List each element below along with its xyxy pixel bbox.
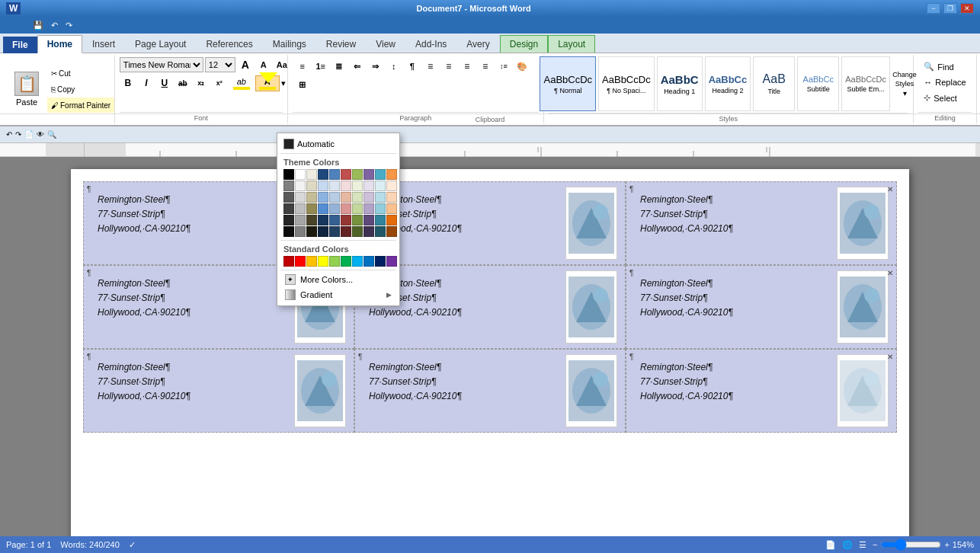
tab-design[interactable]: Design <box>500 35 548 53</box>
numbering-button[interactable]: 1≡ <box>312 58 329 75</box>
multilevel-button[interactable]: ≣ <box>331 58 347 75</box>
view-btn[interactable]: 👁 <box>37 130 44 139</box>
std-swatch-yellow[interactable] <box>318 256 328 267</box>
font-family-select[interactable]: Times New Roman <box>120 57 203 72</box>
theme-swatch-teal[interactable] <box>375 169 386 180</box>
copy-button[interactable]: ⎘ Copy <box>47 82 114 97</box>
undo-quick-button[interactable]: ↶ <box>49 20 60 31</box>
style-no-spacing[interactable]: AaBbCcDc ¶ No Spaci... <box>598 56 655 111</box>
zoom-btn[interactable]: 🔍 <box>47 130 56 139</box>
theme-swatch-green[interactable] <box>352 169 363 180</box>
more-colors-button[interactable]: ✦ More Colors... <box>280 272 396 287</box>
th-swatch-28[interactable] <box>363 181 374 191</box>
th-swatch-29[interactable] <box>375 181 386 191</box>
subscript-button[interactable]: x₂ <box>193 75 210 91</box>
shading-button[interactable]: 🎨 <box>514 58 530 75</box>
redo-btn[interactable]: ↷ <box>15 130 21 139</box>
zoom-slider[interactable] <box>880 539 941 551</box>
restore-button[interactable]: ❐ <box>943 3 957 14</box>
std-swatch-orange[interactable] <box>306 256 317 267</box>
std-swatch-blue[interactable] <box>363 256 374 267</box>
theme-swatch-cream[interactable] <box>306 169 317 180</box>
std-swatch-darkred[interactable] <box>283 256 294 267</box>
th-swatch-210[interactable] <box>386 181 397 191</box>
bold-button[interactable]: B <box>120 75 136 91</box>
grow-font-button[interactable]: A <box>237 56 254 73</box>
line-spacing-button[interactable]: ↕≡ <box>495 58 512 75</box>
style-title[interactable]: AaB Title <box>753 56 795 111</box>
tab-review[interactable]: Review <box>316 35 366 53</box>
theme-swatch-orange[interactable] <box>386 169 397 180</box>
tab-references[interactable]: References <box>196 35 262 53</box>
minimize-button[interactable]: − <box>927 3 940 14</box>
theme-swatch-white[interactable] <box>295 169 306 180</box>
zoom-in-button[interactable]: + <box>944 540 949 549</box>
find-button[interactable]: 🔍 Find <box>920 59 969 74</box>
decrease-indent-button[interactable]: ⇐ <box>349 58 366 75</box>
tab-layout[interactable]: Layout <box>548 35 595 53</box>
view-web-btn[interactable]: 🌐 <box>842 540 853 550</box>
align-right-button[interactable]: ≡ <box>459 58 476 75</box>
zoom-out-button[interactable]: − <box>873 540 877 549</box>
tab-mailings[interactable]: Mailings <box>263 35 316 53</box>
std-swatch-green[interactable] <box>341 256 351 267</box>
th-swatch-22[interactable] <box>295 181 306 191</box>
theme-swatch-purple[interactable] <box>363 169 374 180</box>
paste-button[interactable]: 📋 Paste <box>8 68 46 110</box>
font-color-dropdown-arrow[interactable]: ▾ <box>281 78 286 88</box>
th-swatch-27[interactable] <box>352 181 363 191</box>
font-color-button[interactable]: A <box>255 75 280 91</box>
style-heading2[interactable]: AaBbCc Heading 2 <box>705 56 751 111</box>
tab-home[interactable]: Home <box>37 35 82 53</box>
theme-swatch-blue[interactable] <box>329 169 340 180</box>
font-size-select[interactable]: 12 <box>205 57 235 72</box>
show-hide-button[interactable]: ¶ <box>404 58 421 75</box>
highlight-color-button[interactable]: ab <box>229 75 254 91</box>
std-swatch-lightblue[interactable] <box>352 256 363 267</box>
redo-quick-button[interactable]: ↷ <box>63 20 75 31</box>
close-button[interactable]: ✕ <box>960 3 974 14</box>
sort-button[interactable]: ↕ <box>386 58 402 75</box>
format-painter-button[interactable]: 🖌 Format Painter <box>47 97 114 113</box>
tab-insert[interactable]: Insert <box>82 35 125 53</box>
tab-avery[interactable]: Avery <box>456 35 499 53</box>
tab-view[interactable]: View <box>366 35 405 53</box>
th-swatch-25[interactable] <box>329 181 340 191</box>
replace-button[interactable]: ↔ Replace <box>920 75 969 89</box>
shrink-font-button[interactable]: A <box>255 56 272 73</box>
std-swatch-purple[interactable] <box>386 256 397 267</box>
style-heading1[interactable]: AaBbC Heading 1 <box>657 56 703 111</box>
strikethrough-button[interactable]: ab <box>175 75 191 91</box>
increase-indent-button[interactable]: ⇒ <box>367 58 384 75</box>
tab-page-layout[interactable]: Page Layout <box>125 35 196 53</box>
std-swatch-lightgreen[interactable] <box>329 256 340 267</box>
std-swatch-red[interactable] <box>295 256 306 267</box>
th-swatch-23[interactable] <box>306 181 317 191</box>
style-subtle-em[interactable]: AaBbCcDc Subtle Em... <box>841 56 890 111</box>
center-button[interactable]: ≡ <box>440 58 457 75</box>
undo-btn[interactable]: ↶ <box>6 130 12 139</box>
borders-button[interactable]: ⊞ <box>294 76 311 93</box>
bullets-button[interactable]: ≡ <box>294 58 311 75</box>
gradient-button[interactable]: Gradient ▶ <box>280 287 396 302</box>
doc-map-btn[interactable]: 📄 <box>24 130 34 139</box>
theme-swatch-black[interactable] <box>283 169 294 180</box>
style-subtitle[interactable]: AaBbCc Subtitle <box>797 56 839 111</box>
theme-swatch-red[interactable] <box>341 169 351 180</box>
superscript-button[interactable]: x² <box>211 75 228 91</box>
italic-button[interactable]: I <box>138 75 155 91</box>
tab-file[interactable]: File <box>3 37 37 53</box>
view-print-btn[interactable]: 📄 <box>825 540 836 550</box>
view-outline-btn[interactable]: ☰ <box>859 540 866 550</box>
th-swatch-26[interactable] <box>341 181 351 191</box>
cut-button[interactable]: ✂ Cut <box>47 66 114 81</box>
theme-swatch-darkblue[interactable] <box>318 169 328 180</box>
style-normal[interactable]: AaBbCcDc ¶ Normal <box>540 56 596 111</box>
th-swatch-21[interactable] <box>283 181 294 191</box>
save-quick-button[interactable]: 💾 <box>30 20 46 31</box>
std-swatch-darkblue[interactable] <box>375 256 386 267</box>
justify-button[interactable]: ≡ <box>477 58 494 75</box>
underline-button[interactable]: U <box>156 75 173 91</box>
automatic-color-option[interactable]: Automatic <box>280 136 396 152</box>
tab-addins[interactable]: Add-Ins <box>405 35 456 53</box>
